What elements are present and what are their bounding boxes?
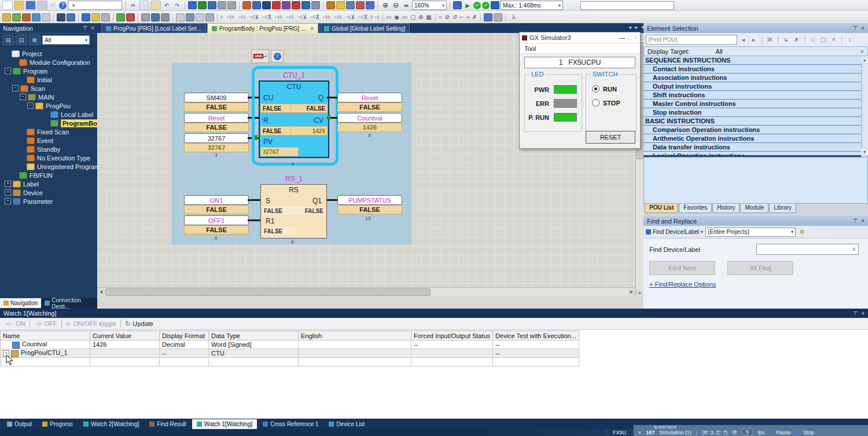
tree-item-fixed-scan[interactable]: Fixed Scan	[2, 127, 97, 136]
fbd-element-icons[interactable]: ▭ ◉ ▭ ▢ ⊕ ▦	[386, 14, 432, 20]
list-item[interactable]: Data transfer instructions	[643, 143, 861, 152]
convert-icon[interactable]	[292, 1, 300, 9]
program-check-icon[interactable]	[252, 1, 261, 9]
collapse-icon[interactable]	[12, 85, 19, 91]
tree-item-parameter[interactable]: Parameter	[2, 197, 97, 206]
menu-tool[interactable]: Tool	[524, 45, 536, 52]
device-monitor-icon[interactable]	[208, 1, 216, 9]
tab-scroll-buttons[interactable]: ◂ ▸ ▾	[628, 24, 645, 30]
close-tab-icon[interactable]: ×	[310, 25, 314, 32]
ctu-cu-operand[interactable]: SM409	[184, 93, 249, 102]
find-next-icon[interactable]: ▸	[749, 36, 758, 44]
tree-item-standby[interactable]: Standby	[2, 145, 97, 153]
pin-icon[interactable]: ⊤	[852, 25, 858, 31]
sort-icon[interactable]: ↕	[845, 36, 854, 44]
tree-item-label[interactable]: Label	[2, 179, 97, 188]
horizontal-scrollbar[interactable]	[97, 287, 635, 296]
check-ok-icon[interactable]: ✓	[473, 2, 481, 9]
tab-module[interactable]: Module	[740, 204, 768, 213]
off-button[interactable]: OFF	[45, 320, 57, 327]
scan-time-icon[interactable]	[491, 1, 499, 9]
collapse-icon[interactable]	[5, 68, 11, 74]
verify-icon[interactable]	[346, 1, 355, 9]
print-icon[interactable]	[37, 1, 47, 10]
open-project-icon[interactable]	[14, 1, 24, 10]
tree-item-local-label[interactable]: Local Label	[2, 110, 97, 119]
fbd-wire-icons[interactable]: ○ ⊘ ↺ ⌐ ¬ ✗	[439, 14, 478, 20]
watch-row-empty[interactable]	[1, 358, 579, 367]
all-find-button[interactable]: All Find	[727, 261, 793, 275]
simulator-title-bar[interactable]: GX Simulator3 — □ ×	[520, 32, 640, 43]
tab-library[interactable]: Library	[769, 204, 796, 213]
tab-device-list[interactable]: Device List	[324, 419, 369, 429]
tree-item-progpou[interactable]: ProgPou	[2, 101, 97, 110]
run-switch[interactable]: RUN	[592, 85, 617, 93]
list-item[interactable]: Shift instructions	[643, 91, 861, 100]
watch-row-countval[interactable]: Countval 1426 Decimal Word [Signed] -- -…	[1, 340, 579, 349]
tree-item-fbfun[interactable]: FB/FUN	[2, 171, 97, 179]
grid-snap-icon[interactable]	[494, 13, 502, 21]
grid-display-icon[interactable]	[484, 13, 492, 21]
zoom-fit-icon[interactable]: ⇹	[402, 1, 411, 9]
note-icon[interactable]	[196, 13, 204, 21]
ctu-r-operand[interactable]: Reset	[184, 113, 249, 123]
tab-favorites[interactable]: Favorites	[679, 204, 712, 213]
tab-history[interactable]: History	[712, 204, 740, 213]
check-program-icon[interactable]	[126, 13, 135, 21]
list-item[interactable]: Comparison Operation instructions	[643, 126, 861, 134]
device-find-icon[interactable]	[82, 13, 90, 21]
convert-icon[interactable]	[272, 1, 281, 9]
pause-button[interactable]: Pause	[776, 430, 791, 435]
col-current-value[interactable]: Current Value	[90, 331, 160, 340]
tab-output[interactable]: Output	[2, 419, 36, 429]
expand-icon[interactable]	[5, 189, 11, 196]
tab-programbody[interactable]: ProgramBody : ProgPou [PRG] ...×	[207, 23, 318, 33]
close-icon[interactable]: ×	[861, 218, 865, 224]
comment-icon[interactable]	[176, 13, 185, 21]
tab-pou-list[interactable]: POU List	[645, 204, 678, 213]
watch-window-icon[interactable]	[151, 13, 160, 21]
zoom-out-icon[interactable]: ⊖	[391, 1, 400, 9]
remove-icon[interactable]: ×	[829, 36, 838, 44]
search-scope-combo[interactable]: (Entire Projects)	[705, 228, 796, 237]
expand-icon[interactable]	[5, 198, 11, 204]
reset-button[interactable]: RESET	[586, 131, 635, 144]
statement-icon[interactable]	[186, 13, 194, 21]
element-window-icon[interactable]	[12, 13, 21, 21]
device-monitor-icon[interactable]	[218, 1, 226, 9]
scroll-right-button[interactable]	[628, 288, 635, 295]
restore-icon[interactable]: □	[628, 34, 632, 41]
stop-switch[interactable]: STOP	[592, 99, 620, 107]
col-display-format[interactable]: Display Format	[160, 331, 209, 340]
read-plc-icon[interactable]	[336, 1, 345, 9]
diagnostics-icon[interactable]	[356, 1, 365, 9]
device-test-icon[interactable]	[161, 13, 170, 21]
collapse-icon[interactable]	[27, 102, 34, 109]
tab-watch1[interactable]: Watch 1[Watching]	[192, 419, 257, 429]
tree-item-unregistered-program[interactable]: Unregistered Program	[2, 162, 97, 171]
find-next-button[interactable]: Find Next	[649, 261, 715, 275]
tree-item-programbody[interactable]: ProgramBody	[2, 119, 97, 127]
insert-icon[interactable]: ↳	[782, 36, 790, 44]
undo-icon[interactable]: ↶	[162, 1, 171, 9]
delete-icon[interactable]: ✗	[792, 36, 801, 44]
device-monitor-icon[interactable]	[198, 1, 207, 9]
pointer-mode-icon[interactable]: λ	[509, 13, 518, 21]
tab-find-result[interactable]: Find Result	[145, 419, 191, 429]
expand-icon[interactable]	[5, 181, 11, 187]
save-project-icon[interactable]	[25, 1, 36, 10]
convert-icon[interactable]	[282, 1, 290, 9]
rs-s-operand[interactable]: ON1	[184, 195, 249, 205]
window-combo[interactable]	[68, 1, 122, 10]
wrap-icon[interactable]	[205, 13, 214, 21]
list-item[interactable]: Stop instruction	[643, 108, 861, 117]
cut-icon[interactable]: ✂	[128, 1, 138, 9]
pin-icon[interactable]: ⊤	[852, 310, 858, 317]
col-name[interactable]: Name	[1, 331, 90, 340]
favorite-icon[interactable]: ☆	[808, 36, 817, 44]
folder-icon[interactable]: ▢	[819, 36, 827, 44]
cross-ref-icon[interactable]	[101, 13, 110, 21]
help-icon[interactable]: ?	[59, 2, 67, 9]
paste-icon[interactable]	[150, 1, 161, 10]
ctu-q-operand[interactable]: Reset	[337, 93, 402, 102]
